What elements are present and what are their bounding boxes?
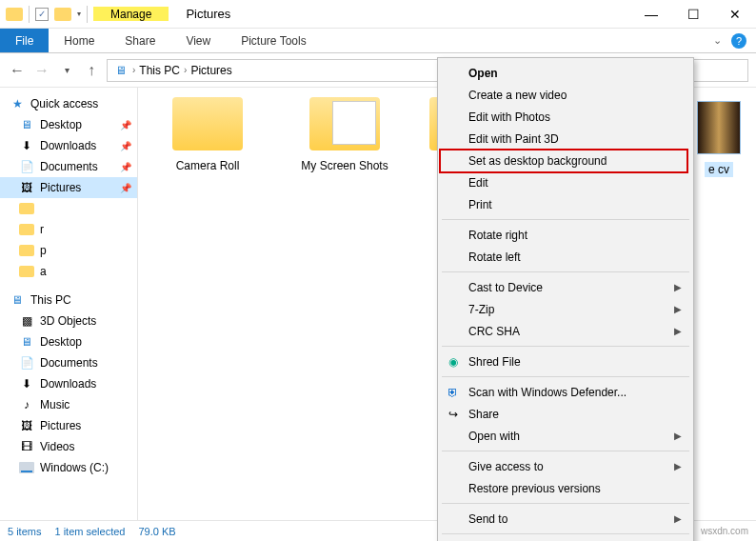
tab-picture-tools[interactable]: Picture Tools — [226, 29, 321, 52]
breadcrumb-root[interactable]: This PC — [139, 64, 180, 77]
tree-pc-videos[interactable]: 🎞Videos — [0, 436, 137, 457]
ctx-separator — [442, 451, 689, 451]
tree-this-pc[interactable]: 🖥This PC — [0, 290, 137, 311]
ctx-label: Rotate right — [468, 229, 527, 242]
forward-button[interactable]: → — [32, 62, 51, 79]
tree-desktop[interactable]: 🖥Desktop📌 — [0, 114, 137, 135]
cube-icon: ▩ — [19, 313, 34, 329]
close-button[interactable]: ✕ — [714, 0, 756, 29]
up-button[interactable]: ↑ — [82, 62, 101, 79]
tree-label: Pictures — [40, 181, 81, 194]
pc-icon: 🖥 — [10, 292, 25, 308]
tab-home[interactable]: Home — [49, 29, 109, 52]
nav-pane: ★Quick access 🖥Desktop📌 ⬇Downloads📌 📄Doc… — [0, 88, 138, 520]
tree-pc-pictures[interactable]: 🖼Pictures — [0, 415, 137, 436]
recent-dropdown-icon[interactable]: ▾ — [57, 65, 76, 75]
ctx-separator — [442, 376, 689, 377]
ctx-label: Rotate left — [468, 250, 521, 264]
image-cv[interactable]: e cv — [697, 101, 741, 177]
breadcrumb-current[interactable]: Pictures — [190, 64, 231, 77]
tree-label: a — [40, 265, 47, 278]
tree-label: Music — [40, 398, 70, 411]
tree-label: Desktop — [40, 118, 82, 131]
shield-icon: ⛨ — [446, 386, 461, 399]
star-icon: ★ — [10, 96, 25, 111]
ctx-defender[interactable]: ⛨Scan with Windows Defender... — [440, 381, 691, 403]
app-icon — [6, 8, 23, 21]
back-button[interactable]: ← — [8, 62, 27, 79]
qat-newfolder-icon[interactable] — [54, 8, 71, 21]
ctx-separator — [442, 346, 689, 347]
tree-drive-c[interactable]: Windows (C:) — [0, 457, 137, 478]
ctx-label: Give access to — [468, 460, 544, 473]
ctx-share[interactable]: ↪Share — [440, 403, 691, 425]
ctx-shred[interactable]: ◉Shred File — [440, 351, 691, 372]
folder-icon — [19, 245, 34, 256]
videos-icon: 🎞 — [19, 439, 34, 454]
tree-label: Downloads — [40, 377, 96, 391]
ctx-7zip[interactable]: 7-Zip▶ — [440, 298, 691, 320]
minimize-button[interactable]: — — [630, 0, 672, 29]
tree-stub3[interactable]: p — [0, 240, 137, 261]
music-icon: ♪ — [19, 397, 34, 412]
folder-screenshots[interactable]: My Screen Shots — [292, 97, 397, 173]
documents-icon: 📄 — [19, 355, 34, 371]
tree-documents[interactable]: 📄Documents📌 — [0, 156, 137, 177]
ctx-edit[interactable]: Edit — [440, 171, 691, 193]
tree-pc-downloads[interactable]: ⬇Downloads — [0, 373, 137, 394]
ctx-send-to[interactable]: Send to▶ — [440, 508, 691, 530]
submenu-arrow-icon: ▶ — [674, 461, 682, 471]
window-title: Pictures — [186, 7, 230, 21]
tree-stub1[interactable] — [0, 198, 137, 219]
ctx-restore[interactable]: Restore previous versions — [440, 477, 691, 499]
help-icon[interactable]: ? — [731, 33, 746, 49]
folder-icon — [309, 97, 380, 150]
ctx-cast[interactable]: Cast to Device▶ — [440, 276, 691, 298]
ctx-label: Create a new video — [468, 89, 567, 102]
ctx-new-video[interactable]: Create a new video — [440, 84, 691, 106]
ctx-edit-paint3d[interactable]: Edit with Paint 3D — [440, 128, 691, 150]
ctx-label: Share — [468, 408, 499, 421]
tab-share[interactable]: Share — [109, 29, 170, 52]
context-menu: Open Create a new video Edit with Photos… — [437, 57, 694, 541]
manage-label: Manage — [110, 9, 151, 21]
title-bar: ✓ ▾ Manage Pictures — ☐ ✕ — [0, 0, 756, 29]
ctx-separator — [442, 503, 689, 504]
ctx-label: 7-Zip — [468, 303, 494, 316]
tree-label: r — [40, 223, 44, 236]
tree-label: Documents — [40, 160, 98, 173]
tree-3dobjects[interactable]: ▩3D Objects — [0, 311, 137, 331]
tree-stub4[interactable]: a — [0, 261, 137, 282]
downloads-icon: ⬇ — [19, 138, 34, 153]
tree-pictures[interactable]: 🖼Pictures📌 — [0, 177, 137, 198]
tab-file[interactable]: File — [0, 29, 49, 52]
qat-properties-icon[interactable]: ✓ — [35, 8, 49, 21]
ctx-label: Restore previous versions — [468, 482, 601, 495]
ctx-rotate-left[interactable]: Rotate left — [440, 246, 691, 268]
ctx-label: Cast to Device — [468, 281, 543, 294]
ribbon-collapse-icon[interactable]: ⌄ — [713, 34, 722, 47]
ctx-label: Open with — [468, 430, 520, 443]
tree-pc-desktop[interactable]: 🖥Desktop — [0, 331, 137, 352]
tab-view[interactable]: View — [170, 29, 226, 52]
folder-camera-roll[interactable]: Camera Roll — [155, 97, 260, 173]
ctx-crc[interactable]: CRC SHA▶ — [440, 320, 691, 342]
tree-label: Downloads — [40, 139, 96, 152]
ribbon-tabs: File Home Share View Picture Tools ⌄ ? — [0, 29, 756, 53]
tree-pc-music[interactable]: ♪Music — [0, 394, 137, 415]
desktop-icon: 🖥 — [19, 334, 34, 350]
ctx-rotate-right[interactable]: Rotate right — [440, 224, 691, 246]
ctx-give-access[interactable]: Give access to▶ — [440, 455, 691, 477]
qat-dropdown-icon[interactable]: ▾ — [77, 10, 81, 18]
ctx-open[interactable]: Open — [440, 62, 691, 84]
ctx-edit-photos[interactable]: Edit with Photos — [440, 106, 691, 128]
ctx-print[interactable]: Print — [440, 193, 691, 215]
ctx-open-with[interactable]: Open with▶ — [440, 425, 691, 447]
maximize-button[interactable]: ☐ — [672, 0, 714, 29]
chevron-right-icon: › — [184, 65, 187, 75]
ctx-set-background[interactable]: Set as desktop background — [440, 150, 691, 171]
tree-downloads[interactable]: ⬇Downloads📌 — [0, 135, 137, 156]
tree-stub2[interactable]: r — [0, 219, 137, 240]
tree-pc-documents[interactable]: 📄Documents — [0, 352, 137, 373]
tree-quick-access[interactable]: ★Quick access — [0, 93, 137, 114]
